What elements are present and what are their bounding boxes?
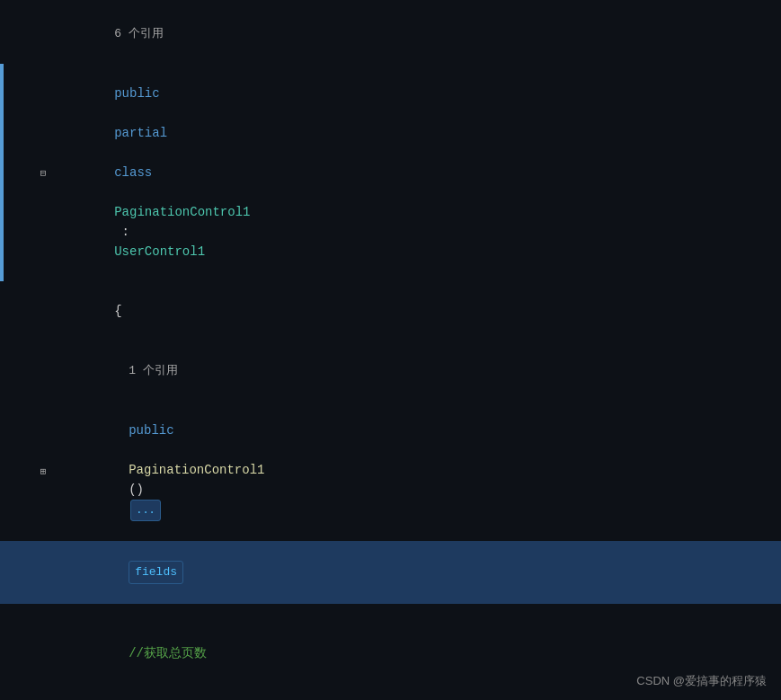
line-open-brace: { [0, 281, 781, 341]
space [114, 106, 121, 120]
code-line-2: public partial class PaginationControl1 … [50, 64, 250, 281]
code-editor: 6 个引用 ⊟ public partial class PaginationC… [0, 0, 781, 700]
collapsed-badge-constructor[interactable]: ... [130, 500, 161, 521]
kw-partial: partial [114, 126, 167, 140]
line-ref-count-1: 6 个引用 [0, 4, 781, 64]
code-line-6: fields [50, 541, 183, 604]
space2 [114, 146, 121, 160]
fields-badge[interactable]: fields [129, 561, 183, 584]
sp [129, 443, 136, 457]
type-usercontrol1: UserControl1 [114, 244, 205, 259]
ref-count-1: 6 个引用 [114, 27, 164, 40]
code-line-5: public PaginationControl1 () ... [50, 401, 264, 541]
method-constructor: PaginationControl1 [129, 463, 264, 477]
ref-count-2: 1 个引用 [129, 364, 178, 377]
expand-2[interactable]: ⊟ [36, 167, 50, 179]
kw-public2: public [129, 423, 173, 438]
colon: : [114, 225, 137, 239]
watermark: CSDN @爱搞事的程序猿 [636, 673, 767, 689]
code-line-4: 1 个引用 [50, 341, 178, 401]
parens: () [129, 483, 144, 497]
code-line-3: { [50, 281, 122, 341]
code-line-9: 4 个引用 [50, 683, 178, 700]
left-bar-class [0, 64, 4, 281]
type-paginationcontrol1: PaginationControl1 [114, 205, 250, 219]
line-blank-1 [0, 604, 781, 624]
line-constructor: ⊞ public PaginationControl1 () ... [0, 401, 781, 541]
code-line-1: 6 个引用 [50, 4, 164, 64]
code-area: 6 个引用 ⊟ public partial class PaginationC… [0, 0, 781, 700]
code-line-8: //获取总页数 [50, 624, 207, 683]
expand-5[interactable]: ⊞ [36, 465, 50, 477]
line-ref-count-2: 1 个引用 [0, 341, 781, 401]
open-brace: { [114, 304, 121, 318]
kw-class: class [114, 165, 152, 180]
comment-getpages: //获取总页数 [129, 646, 207, 660]
space3 [114, 185, 121, 199]
line-class-decl: ⊟ public partial class PaginationControl… [0, 64, 781, 281]
line-fields: fields [0, 541, 781, 604]
kw-public: public [114, 86, 159, 101]
